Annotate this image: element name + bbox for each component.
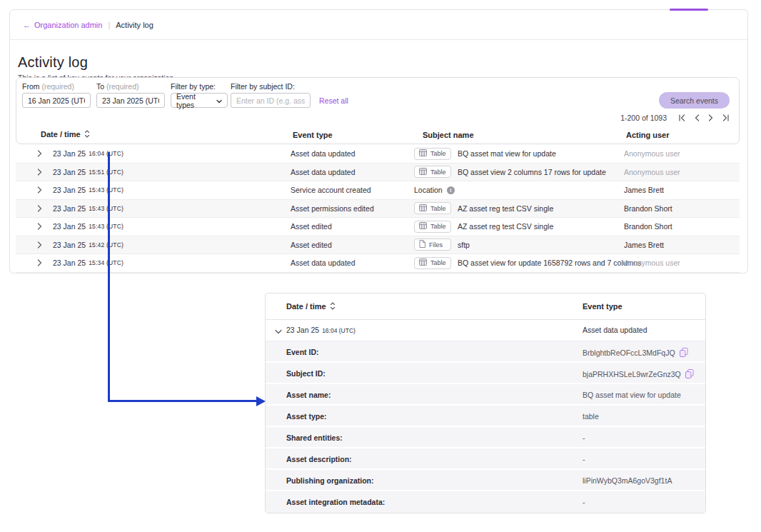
subject-id-input[interactable] bbox=[231, 93, 311, 108]
pagination: 1-200 of 1093 bbox=[620, 112, 730, 124]
breadcrumb-current: Activity log bbox=[116, 21, 153, 29]
to-label: To (required) bbox=[96, 82, 139, 91]
from-date-input[interactable] bbox=[22, 93, 91, 108]
table-icon bbox=[419, 204, 427, 213]
row-event-type: Asset permissions edited bbox=[291, 200, 374, 218]
row-date: 23 Jan 2515:43 (UTC) bbox=[53, 181, 124, 199]
main-panel: ← Organization admin | Activity log Acti… bbox=[9, 9, 748, 273]
last-page-icon[interactable] bbox=[722, 114, 730, 121]
column-header-acting-user: Acting user bbox=[626, 131, 670, 139]
row-date: 23 Jan 2515:43 (UTC) bbox=[53, 200, 124, 218]
organization-admin-back-link[interactable]: ← Organization admin bbox=[23, 21, 102, 29]
detail-field-value: - bbox=[583, 455, 585, 463]
table-icon bbox=[419, 259, 427, 267]
detail-column-event-type: Event type bbox=[583, 302, 623, 311]
subject-name: AZ asset reg test CSV single bbox=[458, 222, 553, 231]
detail-field-value: - bbox=[583, 433, 585, 442]
expand-chevron-icon[interactable] bbox=[37, 254, 42, 272]
table-row[interactable]: 23 Jan 2515:42 (UTC)Asset editedFilessft… bbox=[16, 236, 740, 255]
info-icon[interactable]: i bbox=[447, 186, 455, 194]
table-row[interactable]: 23 Jan 2515:43 (UTC)Service account crea… bbox=[16, 181, 740, 200]
to-date-input[interactable] bbox=[96, 93, 165, 108]
event-types-dropdown[interactable]: Event types bbox=[171, 93, 228, 108]
column-header-event-type: Event type bbox=[293, 131, 333, 139]
row-date: 23 Jan 2515:42 (UTC) bbox=[53, 236, 124, 254]
row-date: 23 Jan 2515:34 (UTC) bbox=[53, 254, 124, 272]
row-acting-user: Anonymous user bbox=[624, 145, 680, 163]
detail-expanded-row[interactable]: 23 Jan 2516:04 (UTC) Asset data updated bbox=[266, 320, 705, 341]
subject-name: AZ asset reg test CSV single bbox=[458, 204, 553, 213]
detail-field-value: liPinWybQ3mA6goV3gf1tA bbox=[583, 476, 672, 485]
table-row[interactable]: 23 Jan 2515:43 (UTC)Asset permissions ed… bbox=[16, 200, 740, 219]
expand-chevron-icon[interactable] bbox=[37, 200, 42, 218]
table-row[interactable]: 23 Jan 2515:43 (UTC)Asset editedTableAZ … bbox=[16, 218, 740, 236]
copy-icon[interactable] bbox=[685, 369, 694, 378]
detail-field-row: Publishing organization:liPinWybQ3mA6goV… bbox=[266, 470, 705, 491]
table-badge: Table bbox=[414, 221, 451, 233]
next-page-icon[interactable] bbox=[708, 114, 713, 121]
table-row[interactable]: 23 Jan 2516:04 (UTC)Asset data updatedTa… bbox=[16, 145, 740, 164]
row-subject: Filessftp bbox=[414, 236, 470, 254]
detail-column-date[interactable]: Date / time bbox=[286, 302, 336, 311]
expand-chevron-icon[interactable] bbox=[37, 218, 42, 236]
copy-icon[interactable] bbox=[680, 348, 688, 357]
row-event-type: Asset edited bbox=[291, 236, 332, 254]
annotation-arrow-vertical bbox=[108, 152, 110, 402]
detail-field-row: Subject ID:bjaPRHXHSLeL9wrZeGnz3Q bbox=[266, 363, 705, 384]
detail-field-label: Event ID: bbox=[286, 348, 319, 356]
expand-chevron-icon[interactable] bbox=[37, 236, 42, 254]
detail-field-row: Asset description:- bbox=[266, 448, 705, 470]
expand-chevron-icon[interactable] bbox=[37, 164, 42, 181]
detail-field-label: Asset type: bbox=[286, 412, 327, 421]
detail-field-row: Asset name:BQ asset mat view for update bbox=[266, 384, 705, 406]
detail-field-label: Asset description: bbox=[286, 455, 352, 463]
table-row[interactable]: 23 Jan 2515:34 (UTC)Asset data updatedTa… bbox=[16, 254, 740, 273]
detail-row-date: 23 Jan 2516:04 (UTC) bbox=[286, 326, 356, 334]
detail-field-row: Asset integration metadata:- bbox=[266, 491, 705, 513]
table-rows: 23 Jan 2516:04 (UTC)Asset data updatedTa… bbox=[16, 145, 740, 273]
row-acting-user: James Brett bbox=[624, 236, 664, 254]
row-acting-user: Anonymous user bbox=[624, 164, 680, 181]
detail-field-row: Asset type:table bbox=[266, 406, 705, 427]
row-subject: TableBQ asset view 2 columns 17 rows for… bbox=[414, 164, 606, 181]
detail-header-row: Date / time Event type bbox=[266, 293, 705, 320]
detail-field-value: BrblghtbReOFccL3MdFqJQ bbox=[583, 348, 688, 357]
table-icon bbox=[419, 222, 427, 231]
row-acting-user: Anonymous user bbox=[624, 254, 680, 272]
event-types-value: Event types bbox=[176, 92, 209, 109]
search-events-button[interactable]: Search events bbox=[659, 92, 730, 109]
chevron-down-icon bbox=[216, 96, 222, 105]
back-arrow-icon: ← bbox=[23, 21, 31, 29]
table-badge: Table bbox=[414, 166, 451, 178]
detail-row-event-type: Asset data updated bbox=[583, 326, 647, 334]
column-header-date[interactable]: Date / time bbox=[41, 130, 90, 139]
page-title: Activity log bbox=[18, 54, 88, 71]
previous-page-icon[interactable] bbox=[695, 114, 700, 121]
breadcrumb: ← Organization admin | Activity log bbox=[10, 10, 747, 40]
row-event-type: Asset data updated bbox=[291, 254, 356, 272]
expand-chevron-icon[interactable] bbox=[37, 145, 42, 163]
expand-chevron-icon[interactable] bbox=[37, 181, 42, 199]
detail-field-value: table bbox=[583, 412, 599, 421]
sort-icon[interactable] bbox=[330, 302, 336, 311]
sort-icon[interactable] bbox=[84, 130, 90, 139]
chevron-down-icon[interactable] bbox=[275, 327, 282, 336]
table-badge: Table bbox=[414, 148, 451, 160]
detail-field-row: Shared entities:- bbox=[266, 427, 705, 448]
detail-field-label: Shared entities: bbox=[286, 433, 343, 442]
row-date: 23 Jan 2516:04 (UTC) bbox=[53, 145, 124, 163]
first-page-icon[interactable] bbox=[678, 114, 686, 121]
table-row[interactable]: 23 Jan 2515:51 (UTC)Asset data updatedTa… bbox=[16, 164, 740, 182]
table-icon bbox=[419, 168, 427, 176]
row-subject: TableBQ asset mat view for update bbox=[414, 145, 556, 163]
detail-field-label: Publishing organization: bbox=[286, 476, 374, 485]
row-event-type: Asset edited bbox=[291, 218, 332, 236]
row-acting-user: Brandon Short bbox=[624, 200, 672, 218]
reset-all-link[interactable]: Reset all bbox=[319, 96, 348, 105]
subject-name: BQ asset view 2 columns 17 rows for upda… bbox=[458, 168, 606, 176]
filter-by-type-label: Filter by type: bbox=[171, 82, 216, 91]
filter-bar: From (required) To (required) Filter by … bbox=[16, 77, 740, 144]
row-event-type: Asset data updated bbox=[291, 164, 356, 181]
detail-field-value: BQ asset mat view for update bbox=[583, 391, 681, 399]
annotation-arrow-horizontal bbox=[108, 400, 257, 402]
